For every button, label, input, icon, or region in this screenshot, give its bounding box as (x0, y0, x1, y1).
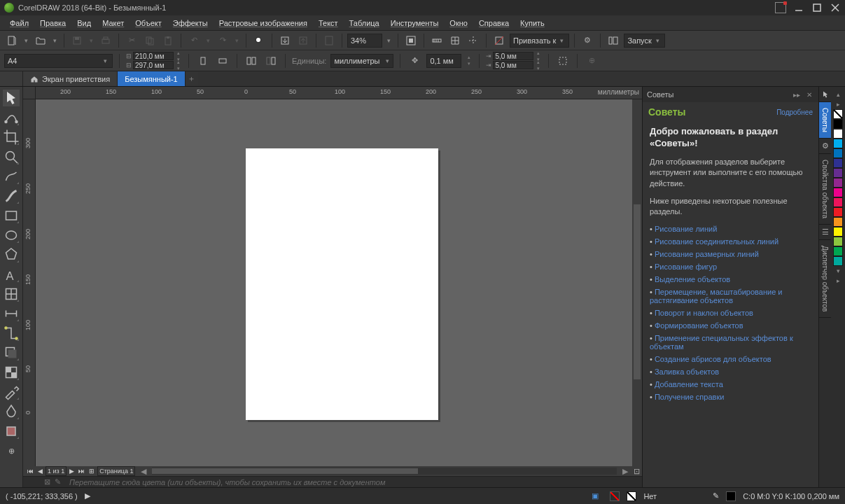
menu-table[interactable]: Таблица (344, 19, 385, 27)
launch-dropdown[interactable]: Запуск▾ (624, 34, 664, 48)
menu-view[interactable]: Вид (71, 19, 97, 27)
page-size-preset[interactable]: A4▾ (4, 54, 113, 68)
menu-help[interactable]: Справка (473, 19, 515, 27)
fullscreen-preview-button[interactable] (403, 33, 419, 48)
hint-link[interactable]: Перемещение, масштабирование и растягива… (650, 288, 811, 304)
rectangle-tool[interactable] (3, 207, 20, 224)
export-button[interactable] (295, 33, 311, 48)
hint-link[interactable]: Рисование размерных линий (650, 250, 811, 258)
all-pages-button[interactable] (244, 53, 259, 69)
color-swatch[interactable] (833, 188, 843, 197)
open-button[interactable] (33, 33, 48, 48)
snap-off-button[interactable] (491, 33, 507, 48)
hint-link[interactable]: Рисование линий (650, 225, 811, 233)
pick-tool[interactable] (3, 90, 20, 106)
treat-as-filled-button[interactable] (555, 53, 571, 69)
interactive-fill-tool[interactable] (3, 403, 20, 420)
connector-tool[interactable] (3, 325, 20, 342)
drop-shadow-tool[interactable] (3, 344, 20, 361)
menu-file[interactable]: Файл (4, 19, 34, 27)
undo-button[interactable]: ↶ (186, 33, 202, 48)
color-proof-icon[interactable]: ▣ (587, 489, 603, 504)
status-play-icon[interactable]: ▶ (85, 491, 90, 500)
cut-button[interactable]: ✂ (124, 33, 139, 48)
page-add-button[interactable]: ⊞ (88, 468, 96, 475)
nudge-distance-field[interactable]: 0,1 мм (426, 54, 461, 68)
quick-customize-button[interactable]: ⊕ (3, 442, 20, 459)
open-dropdown[interactable]: ▾ (51, 37, 59, 44)
properties-tab-icon[interactable]: ⚙ (819, 139, 831, 154)
hint-link[interactable]: Заливка объектов (650, 368, 811, 376)
docker-collapse-button[interactable]: ▸▸ (792, 90, 802, 99)
hint-link[interactable]: Применение специальных эффектов к объект… (650, 334, 811, 351)
artistic-media-tool[interactable] (3, 188, 20, 204)
tab-add-button[interactable]: ＋ (186, 71, 198, 86)
hint-link[interactable]: Получение справки (650, 393, 811, 401)
hint-link[interactable]: Добавление текста (650, 380, 811, 388)
page-next-button[interactable]: ▶ (68, 468, 76, 475)
smart-fill-tool[interactable] (3, 423, 20, 440)
polygon-tool[interactable] (3, 246, 20, 263)
palette-nofill-swatch[interactable]: ⊠ (44, 477, 50, 486)
new-dropdown[interactable]: ▾ (22, 37, 30, 44)
save-dropdown[interactable]: ▾ (88, 37, 95, 44)
snap-to-dropdown[interactable]: Привязать к▾ (510, 34, 569, 48)
app-launcher-icon[interactable] (606, 33, 621, 48)
menu-edit[interactable]: Правка (34, 19, 71, 27)
hint-link[interactable]: Создание абрисов для объектов (650, 355, 811, 363)
hint-link[interactable]: Формирование объектов (650, 321, 811, 330)
shape-tool[interactable] (3, 109, 20, 126)
zoom-tool[interactable] (3, 148, 20, 165)
freehand-tool[interactable] (3, 168, 20, 185)
object-manager-tab-icon[interactable]: ☰ (819, 225, 831, 240)
menu-bitmaps[interactable]: Растровые изображения (214, 19, 313, 27)
menu-layout[interactable]: Макет (97, 19, 130, 27)
import-button[interactable] (277, 33, 293, 48)
show-rulers-button[interactable] (429, 33, 445, 48)
palette-eyedropper[interactable]: ✎ (55, 477, 61, 486)
no-color-swatch[interactable] (833, 109, 843, 119)
hint-link[interactable]: Выделение объектов (650, 275, 811, 284)
close-button[interactable] (830, 2, 841, 13)
outline-pen-icon[interactable]: ✎ (713, 491, 719, 500)
color-swatch[interactable] (833, 207, 843, 217)
paste-button[interactable] (160, 33, 176, 48)
copy-button[interactable] (142, 33, 158, 48)
search-content-button[interactable] (251, 33, 267, 48)
palette-flyout-button[interactable]: ▸ (833, 99, 843, 109)
color-swatch[interactable] (833, 148, 843, 158)
publish-pdf-button[interactable] (321, 33, 337, 48)
tab-document[interactable]: Безымянный-1 (118, 71, 186, 86)
page-prev-button[interactable]: ◀ (36, 468, 44, 475)
menu-buy[interactable]: Купить (515, 19, 550, 27)
zoom-level[interactable]: 34% (347, 34, 382, 48)
eyedropper-tool[interactable] (3, 384, 20, 400)
palette-up-button[interactable]: ▴ (833, 90, 843, 99)
docker-tab-hints[interactable]: Советы (819, 102, 831, 139)
palette-expand-button[interactable]: ▸ (833, 276, 843, 286)
scrollbar-horizontal[interactable] (152, 468, 617, 475)
color-swatch[interactable] (833, 197, 843, 207)
maximize-button[interactable] (811, 2, 823, 13)
color-swatch[interactable] (833, 237, 843, 246)
ruler-vertical[interactable]: 300 250 200 150 100 50 0 (23, 99, 36, 466)
show-grid-button[interactable] (447, 33, 463, 48)
outline-color-swatch[interactable] (726, 491, 736, 501)
minimize-button[interactable] (793, 2, 804, 13)
page-width-field[interactable]: 210,0 мм (133, 52, 174, 60)
docker-body[interactable]: Добро пожаловать в раздел «Советы»! Для … (643, 122, 818, 487)
landscape-button[interactable] (215, 53, 230, 69)
color-swatch[interactable] (833, 158, 843, 168)
menu-effects[interactable]: Эффекты (167, 19, 214, 27)
fill-none-icon[interactable] (627, 491, 636, 501)
portrait-button[interactable] (195, 53, 211, 69)
color-swatch[interactable] (833, 227, 843, 237)
save-button[interactable] (69, 33, 85, 48)
docker-close-button[interactable]: ✕ (804, 90, 814, 99)
fill-indicator[interactable] (610, 491, 620, 501)
palette-down-button[interactable]: ▾ (833, 266, 843, 276)
hints-tab-icon[interactable] (819, 87, 831, 102)
account-icon[interactable] (775, 2, 786, 13)
drawing-canvas[interactable] (36, 99, 632, 466)
transparency-tool[interactable] (3, 364, 20, 381)
